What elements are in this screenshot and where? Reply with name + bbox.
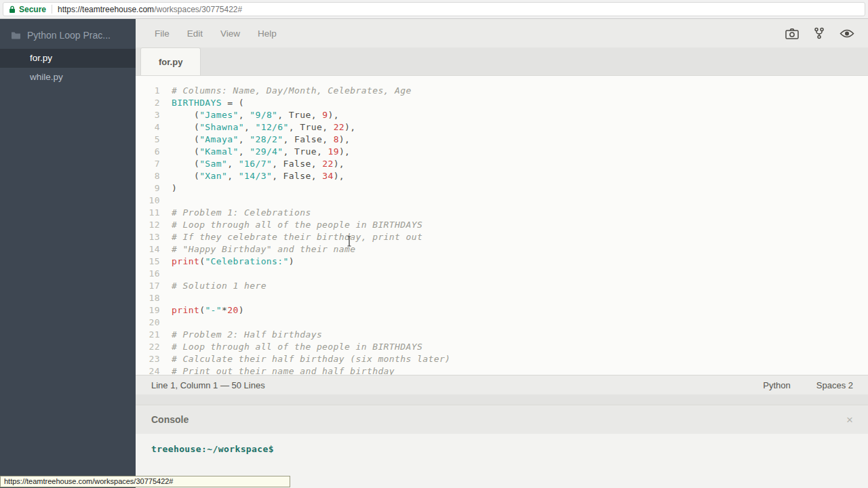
line-number: 7 — [136, 158, 160, 170]
code-line-17[interactable]: 17# Solution 1 here — [136, 280, 868, 292]
panel-gap — [136, 394, 868, 405]
code-line-7[interactable]: 7 ("Sam", "16/7", False, 22), — [136, 158, 868, 170]
line-number: 6 — [136, 146, 160, 158]
code-line-2[interactable]: 2BIRTHDAYS = ( — [136, 97, 868, 109]
code-line-22[interactable]: 22# Loop through all of the people in BI… — [136, 341, 868, 353]
language-select[interactable]: Python — [763, 380, 790, 390]
folder-icon — [11, 31, 21, 39]
menu-item-file[interactable]: File — [155, 28, 170, 39]
code-text: # Print out their name and half birthday — [172, 366, 395, 375]
code-line-15[interactable]: 15print("Celebrations:") — [136, 256, 868, 268]
cursor-position-label: Line 1, Column 1 — 50 Lines — [151, 380, 265, 390]
fork-icon[interactable] — [814, 27, 825, 39]
code-line-24[interactable]: 24# Print out their name and half birthd… — [136, 365, 868, 375]
console-header: Console × — [136, 405, 868, 434]
code-text: # Solution 1 here — [172, 281, 267, 291]
toolbar-icons — [785, 27, 854, 39]
code-text: # If they celebrate their birthday, prin… — [172, 232, 422, 242]
project-folder[interactable]: Python Loop Prac... — [0, 19, 136, 49]
status-right: Python Spaces 2 — [763, 380, 853, 390]
tab-label: for.py — [159, 57, 182, 67]
code-line-19[interactable]: 19print("-"*20) — [136, 304, 868, 317]
code-line-20[interactable]: 20 — [136, 317, 868, 329]
line-number: 12 — [136, 219, 160, 231]
file-tree-sidebar: Python Loop Prac... for.pywhile.py — [0, 19, 136, 488]
code-line-12[interactable]: 12# Loop through all of the people in BI… — [136, 219, 868, 231]
terminal-prompt: treehouse:~/workspace$ — [151, 444, 274, 454]
code-line-5[interactable]: 5 ("Amaya", "28/2", False, 8), — [136, 134, 868, 146]
code-line-3[interactable]: 3 ("James", "9/8", True, 9), — [136, 109, 868, 121]
code-line-21[interactable]: 21# Problem 2: Half birthdays — [136, 329, 868, 341]
line-number: 5 — [136, 134, 160, 146]
line-number: 19 — [136, 304, 160, 317]
code-text: # Loop through all of the people in BIRT… — [172, 220, 422, 230]
url-protocol-host: https://teamtreehouse.com — [58, 5, 154, 14]
line-number: 13 — [136, 231, 160, 243]
code-text: print("Celebrations:") — [172, 256, 294, 266]
secure-badge[interactable]: Secure — [9, 5, 46, 14]
eye-preview-icon[interactable] — [840, 28, 854, 39]
code-line-4[interactable]: 4 ("Shawna", "12/6", True, 22), — [136, 121, 868, 134]
url-text[interactable]: https://teamtreehouse.com/workspaces/307… — [58, 5, 242, 14]
code-text: # Columns: Name, Day/Month, Celebrates, … — [172, 85, 412, 96]
menu-bar-items: FileEditViewHelp — [155, 28, 294, 39]
line-number: 10 — [136, 195, 160, 207]
line-number: 8 — [136, 170, 160, 182]
line-number: 18 — [136, 292, 160, 304]
console-title: Console — [151, 414, 189, 425]
line-number: 21 — [136, 329, 160, 341]
line-number: 15 — [136, 256, 160, 268]
camera-icon[interactable] — [785, 28, 799, 39]
code-text: # Problem 1: Celebrations — [172, 207, 311, 218]
line-number: 23 — [136, 353, 160, 365]
code-line-23[interactable]: 23# Calculate their half birthday (six m… — [136, 353, 868, 365]
code-editor[interactable]: 1# Columns: Name, Day/Month, Celebrates,… — [136, 76, 868, 375]
url-path: /workspaces/30775422# — [154, 5, 242, 14]
project-name: Python Loop Prac... — [27, 30, 111, 41]
code-line-1[interactable]: 1# Columns: Name, Day/Month, Celebrates,… — [136, 85, 868, 97]
line-number: 14 — [136, 243, 160, 256]
console-close-icon[interactable]: × — [846, 414, 853, 426]
code-text: ("Shawna", "12/6", True, 22), — [172, 122, 356, 132]
code-line-13[interactable]: 13# If they celebrate their birthday, pr… — [136, 231, 868, 243]
line-number: 3 — [136, 109, 160, 121]
code-text: # Problem 2: Half birthdays — [172, 329, 322, 340]
code-line-8[interactable]: 8 ("Xan", "14/3", False, 34), — [136, 170, 868, 182]
menu-item-view[interactable]: View — [220, 28, 240, 39]
url-bar[interactable]: Secure https://teamtreehouse.com/workspa… — [3, 2, 865, 16]
line-number: 11 — [136, 207, 160, 219]
menu-item-edit[interactable]: Edit — [187, 28, 203, 39]
tab-for-py[interactable]: for.py — [140, 47, 201, 75]
editor-tab-bar: for.py — [136, 47, 868, 76]
code-line-16[interactable]: 16 — [136, 268, 868, 280]
lock-icon — [9, 5, 16, 14]
sidebar-item-while-py[interactable]: while.py — [0, 68, 136, 87]
menu-item-help[interactable]: Help — [258, 28, 277, 39]
indent-select[interactable]: Spaces 2 — [816, 380, 853, 390]
secure-label: Secure — [19, 5, 46, 14]
code-text: # Calculate their half birthday (six mon… — [172, 354, 450, 364]
code-text: ("Amaya", "28/2", False, 8), — [172, 134, 350, 144]
code-line-10[interactable]: 10 — [136, 195, 868, 207]
code-line-6[interactable]: 6 ("Kamal", "29/4", True, 19), — [136, 146, 868, 158]
workspace-app: Python Loop Prac... for.pywhile.py FileE… — [0, 19, 868, 488]
browser-bar: Secure https://teamtreehouse.com/workspa… — [0, 0, 868, 19]
omnibox-divider — [52, 5, 52, 14]
code-text: ) — [172, 183, 177, 193]
code-text: ("Xan", "14/3", False, 34), — [172, 171, 344, 181]
menu-bar: FileEditViewHelp — [136, 19, 868, 47]
sidebar-item-for-py[interactable]: for.py — [0, 49, 136, 68]
editor-main: FileEditViewHelp for.py 1# Columns: Name… — [136, 19, 868, 488]
code-line-11[interactable]: 11# Problem 1: Celebrations — [136, 207, 868, 219]
code-area: 1# Columns: Name, Day/Month, Celebrates,… — [136, 85, 868, 375]
line-number: 24 — [136, 365, 160, 375]
editor-status-bar: Line 1, Column 1 — 50 Lines Python Space… — [136, 375, 868, 394]
link-status-bubble: https://teamtreehouse.com/workspaces/307… — [0, 476, 290, 487]
code-line-18[interactable]: 18 — [136, 292, 868, 304]
code-text: ("Kamal", "29/4", True, 19), — [172, 146, 350, 157]
code-line-9[interactable]: 9) — [136, 182, 868, 195]
code-line-14[interactable]: 14# "Happy Birthday" and their name — [136, 243, 868, 256]
line-number: 9 — [136, 182, 160, 195]
code-text: print("-"*20) — [172, 305, 244, 315]
line-number: 17 — [136, 280, 160, 292]
